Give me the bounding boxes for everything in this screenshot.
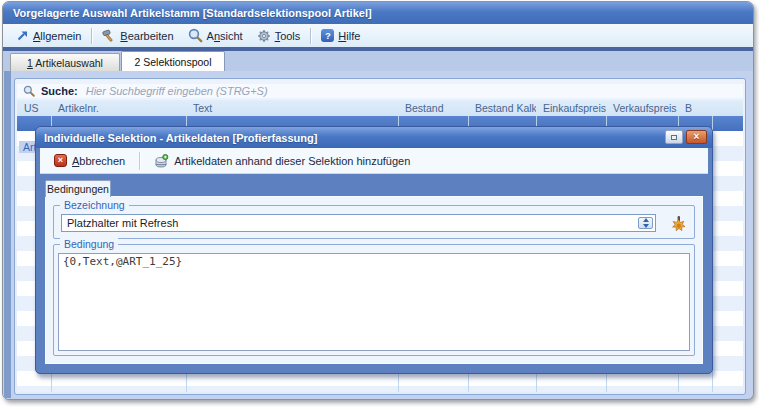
cancel-button-label: Abbrechen [72, 155, 125, 167]
magnifier-icon [188, 28, 203, 43]
spinner-down-icon[interactable] [643, 224, 649, 228]
add-selection-icon [154, 153, 169, 168]
panel-left-edge [4, 71, 11, 398]
column-header-bestand[interactable]: Bestand [398, 102, 468, 114]
menu-item-label: Bearbeiten [120, 30, 173, 42]
tab-selektionspool[interactable]: 2 Selektionspool [121, 51, 225, 71]
dialog-window-buttons: × [665, 130, 707, 144]
menu-item-label: Tools [275, 30, 301, 42]
add-selection-label: Artikeldaten anhand dieser Selektion hin… [174, 155, 410, 167]
menu-item-tools[interactable]: Tools [250, 27, 308, 45]
dynamite-icon [670, 215, 687, 232]
menu-separator [310, 28, 311, 44]
cancel-icon: × [54, 154, 67, 167]
column-header-us[interactable]: US [17, 102, 51, 114]
dialog-titlebar[interactable]: Individuelle Selektion - Artikeldaten [P… [36, 127, 712, 148]
column-header-b[interactable]: B [678, 102, 712, 114]
menu-item-ansicht[interactable]: Ansicht [181, 26, 250, 45]
add-selection-button[interactable]: Artikeldaten anhand dieser Selektion hin… [146, 151, 418, 170]
execute-selection-button[interactable] [669, 214, 688, 233]
column-header-verkaufspreis[interactable]: Verkaufspreis [606, 102, 678, 114]
cancel-button[interactable]: × Abbrechen [46, 152, 133, 169]
combobox-spinner[interactable] [638, 217, 653, 229]
menu-item-label: Ansicht [207, 30, 243, 42]
search-bar: Suche: [17, 84, 743, 98]
menu-separator [91, 28, 92, 44]
window-titlebar[interactable]: Vorgelagerte Auswahl Artikelstamm [Stand… [3, 2, 753, 24]
column-header-text[interactable]: Text [186, 102, 398, 114]
bedingungen-panel: Bezeichnung Platzhalter mit Refresh [45, 196, 703, 364]
bedingung-groupbox: Bedingung {0,Text,@ART_1_25} [53, 244, 695, 356]
dialog-title: Individuelle Selektion - Artikeldaten [P… [44, 132, 317, 144]
tab-label: 2 Selektionspool [134, 56, 211, 68]
menu-item-label: Hilfe [338, 30, 360, 42]
restore-icon [671, 135, 677, 140]
menu-item-allgemein[interactable]: Allgemein [9, 27, 88, 44]
combobox-value: Platzhalter mit Refresh [67, 217, 178, 229]
bedingung-group-label: Bedingung [60, 238, 118, 250]
application-window: Vorgelagerte Auswahl Artikelstamm [Stand… [2, 1, 754, 400]
tab-label: 1 Artikelauswahl [27, 57, 103, 69]
hammer-icon [102, 29, 116, 43]
window-title: Vorgelagerte Auswahl Artikelstamm [Stand… [13, 7, 372, 19]
bezeichnung-group-label: Bezeichnung [60, 199, 129, 211]
close-button[interactable]: × [686, 130, 707, 144]
close-icon: × [694, 132, 700, 142]
menubar: Allgemein Bearbeiten Ansicht [3, 24, 753, 47]
toolbar-separator [139, 152, 140, 170]
restore-button[interactable] [665, 130, 683, 144]
tab-label: Bedingungen [47, 183, 109, 195]
dialog: Individuelle Selektion - Artikeldaten [P… [35, 126, 713, 374]
bezeichnung-groupbox: Bezeichnung Platzhalter mit Refresh [53, 205, 695, 239]
table-header-row: US Artikelnr. Text Bestand Bestand Kalk.… [17, 100, 743, 116]
dialog-toolbar: × Abbrechen Artikeldaten anhand dieser S… [40, 148, 708, 174]
bedingung-textarea[interactable]: {0,Text,@ART_1_25} [58, 253, 690, 351]
arrow-up-right-icon [16, 29, 29, 42]
help-icon: ? [321, 29, 334, 42]
column-header-bestand-kalk[interactable]: Bestand Kalk. [468, 102, 536, 114]
bezeichnung-combobox[interactable]: Platzhalter mit Refresh [61, 214, 656, 232]
column-header-einkaufspreis[interactable]: Einkaufspreis [536, 102, 606, 114]
search-input[interactable] [84, 84, 743, 98]
tab-bedingungen[interactable]: Bedingungen [45, 180, 111, 197]
menu-item-hilfe[interactable]: ? Hilfe [314, 27, 367, 44]
tab-artikelauswahl[interactable]: 1 Artikelauswahl [10, 53, 120, 71]
menu-item-label: Allgemein [33, 30, 81, 42]
menu-item-bearbeiten[interactable]: Bearbeiten [95, 27, 180, 45]
search-label: Suche: [41, 85, 78, 97]
column-header-artikelnr[interactable]: Artikelnr. [51, 102, 186, 114]
gear-icon [257, 29, 271, 43]
spinner-up-icon[interactable] [643, 218, 649, 222]
screen: Vorgelagerte Auswahl Artikelstamm [Stand… [0, 0, 759, 407]
search-icon [23, 85, 35, 97]
